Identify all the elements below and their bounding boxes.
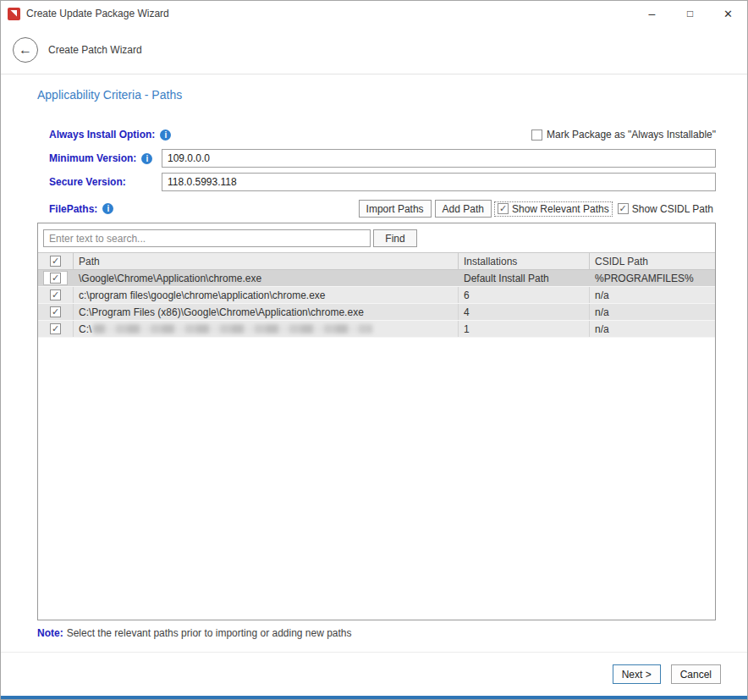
csidl-cell: %PROGRAMFILES% xyxy=(590,270,715,286)
window-title: Create Update Package Wizard xyxy=(26,8,169,19)
show-relevant-paths-group: ✓ Show Relevant Paths xyxy=(495,202,612,216)
maximize-button[interactable]: □ xyxy=(671,1,709,26)
back-arrow-icon: ← xyxy=(19,42,32,58)
path-cell[interactable]: C:\Program Files (x86)\Google\Chrome\App… xyxy=(74,304,459,320)
show-csidl-path-checkbox[interactable]: ✓ xyxy=(618,203,629,214)
row-select-cell: ✓ xyxy=(38,287,74,303)
csidl-text: n/a xyxy=(595,289,609,301)
minimum-version-row: Minimum Version: i xyxy=(37,149,716,168)
minimum-version-label: Minimum Version: xyxy=(49,152,136,164)
always-installable-checkbox[interactable]: ✓ xyxy=(531,130,542,141)
path-text: C:\Program Files (x86)\Google\Chrome\App… xyxy=(79,306,364,318)
minimum-version-label-wrap: Minimum Version: i xyxy=(49,152,162,164)
row-select-cell: ✓ xyxy=(38,321,74,337)
find-button[interactable]: Find xyxy=(373,229,417,247)
path-cell[interactable]: C:\ xyxy=(74,321,459,337)
content-area: Applicability Criteria - Paths Always In… xyxy=(1,88,747,639)
filepaths-label: FilePaths: xyxy=(49,203,97,215)
app-icon xyxy=(8,8,20,20)
show-relevant-paths-label: Show Relevant Paths xyxy=(512,203,609,215)
row-checkbox[interactable]: ✓ xyxy=(50,289,61,300)
info-icon[interactable]: i xyxy=(160,130,171,141)
secure-version-input[interactable] xyxy=(162,173,716,191)
search-input[interactable] xyxy=(43,229,371,247)
search-bar: Find xyxy=(38,223,715,252)
select-all-header-cell: ✓ xyxy=(38,253,74,269)
wizard-header: ← Create Patch Wizard xyxy=(1,26,747,74)
csidl-column-header[interactable]: CSIDL Path xyxy=(590,253,715,269)
close-button[interactable]: ✕ xyxy=(709,1,747,26)
minimize-button[interactable]: – xyxy=(633,1,671,26)
note-prefix: Note: xyxy=(37,627,63,639)
row-select-cell: ✓ xyxy=(38,304,74,320)
installations-cell: Default Install Path xyxy=(459,270,590,286)
filepaths-row: FilePaths: i Import Paths Add Path ✓ Sho… xyxy=(37,200,716,218)
installations-cell: 1 xyxy=(459,321,590,337)
row-select-cell: ✓ xyxy=(38,270,74,286)
installations-text: Default Install Path xyxy=(464,273,549,284)
paths-table: ✓ Path Installations CSIDL Path ✓ xyxy=(38,252,715,338)
import-paths-button[interactable]: Import Paths xyxy=(359,200,432,218)
row-checkbox[interactable]: ✓ xyxy=(50,273,61,284)
filepaths-panel: Find ✓ Path Installations CSIDL Path xyxy=(37,223,716,620)
filepaths-label-wrap: FilePaths: i xyxy=(49,203,113,215)
add-path-button[interactable]: Add Path xyxy=(435,200,492,218)
note-text: Select the relevant paths prior to impor… xyxy=(67,627,352,639)
path-text: \Google\Chrome\Application\chrome.exe xyxy=(79,273,261,284)
title-bar: Create Update Package Wizard – □ ✕ xyxy=(1,1,747,26)
table-row[interactable]: ✓ \Google\Chrome\Application\chrome.exe … xyxy=(38,270,715,287)
checkbox-editor: ✓ xyxy=(43,271,68,285)
table-row[interactable]: ✓ C:\ 1 n/a xyxy=(38,321,715,338)
installations-text: 1 xyxy=(464,323,470,335)
table-row[interactable]: ✓ c:\program files\google\chrome\applica… xyxy=(38,287,715,304)
installations-column-header[interactable]: Installations xyxy=(459,253,590,269)
show-csidl-path-label: Show CSIDL Path xyxy=(632,203,713,215)
always-install-label: Always Install Option: xyxy=(49,129,155,141)
check-icon: ✓ xyxy=(52,290,59,300)
row-checkbox[interactable]: ✓ xyxy=(50,323,61,334)
installations-cell: 4 xyxy=(459,304,590,320)
check-icon: ✓ xyxy=(52,273,59,283)
check-icon: ✓ xyxy=(52,307,59,317)
check-icon: ✓ xyxy=(52,324,59,333)
show-csidl-path-group: ✓ Show CSIDL Path xyxy=(615,202,716,216)
next-button[interactable]: Next > xyxy=(613,664,661,684)
path-cell[interactable]: \Google\Chrome\Application\chrome.exe xyxy=(74,270,459,286)
minimum-version-input[interactable] xyxy=(162,149,716,168)
installations-cell: 6 xyxy=(459,287,590,303)
always-installable-checkbox-label: Mark Package as "Always Installable" xyxy=(547,129,716,141)
check-icon: ✓ xyxy=(499,204,507,213)
info-icon[interactable]: i xyxy=(141,153,152,164)
table-header-row: ✓ Path Installations CSIDL Path xyxy=(38,252,715,270)
redacted-path xyxy=(93,324,372,333)
cancel-button[interactable]: Cancel xyxy=(671,664,721,684)
installations-text: 4 xyxy=(464,306,470,318)
show-relevant-paths-checkbox[interactable]: ✓ xyxy=(498,203,509,214)
check-icon: ✓ xyxy=(52,256,59,266)
path-text: C:\ xyxy=(79,323,91,335)
wizard-window: Create Update Package Wizard – □ ✕ ← Cre… xyxy=(0,0,748,700)
path-text: c:\program files\google\chrome\applicati… xyxy=(79,289,325,301)
csidl-cell: n/a xyxy=(590,321,715,337)
wizard-name: Create Patch Wizard xyxy=(48,44,142,56)
always-install-label-wrap: Always Install Option: i xyxy=(49,129,171,141)
csidl-cell: n/a xyxy=(590,287,715,303)
installations-text: 6 xyxy=(464,289,470,301)
path-column-header[interactable]: Path xyxy=(74,253,459,269)
row-checkbox[interactable]: ✓ xyxy=(50,306,61,317)
footer: Next > Cancel xyxy=(1,652,747,696)
table-row[interactable]: ✓ C:\Program Files (x86)\Google\Chrome\A… xyxy=(38,304,715,321)
info-icon[interactable]: i xyxy=(102,203,113,214)
page-title: Applicability Criteria - Paths xyxy=(37,88,716,102)
back-button[interactable]: ← xyxy=(13,37,38,63)
path-cell[interactable]: c:\program files\google\chrome\applicati… xyxy=(74,287,459,303)
csidl-text: n/a xyxy=(595,306,609,318)
always-installable-check-group: ✓ Mark Package as "Always Installable" xyxy=(531,129,716,141)
csidl-cell: n/a xyxy=(590,304,715,320)
secure-version-label: Secure Version: xyxy=(49,176,126,188)
check-icon: ✓ xyxy=(619,204,627,213)
always-install-row: Always Install Option: i ✓ Mark Package … xyxy=(37,127,716,142)
select-all-checkbox[interactable]: ✓ xyxy=(50,256,61,267)
csidl-text: n/a xyxy=(595,323,609,335)
note: Note:Select the relevant paths prior to … xyxy=(37,627,716,639)
